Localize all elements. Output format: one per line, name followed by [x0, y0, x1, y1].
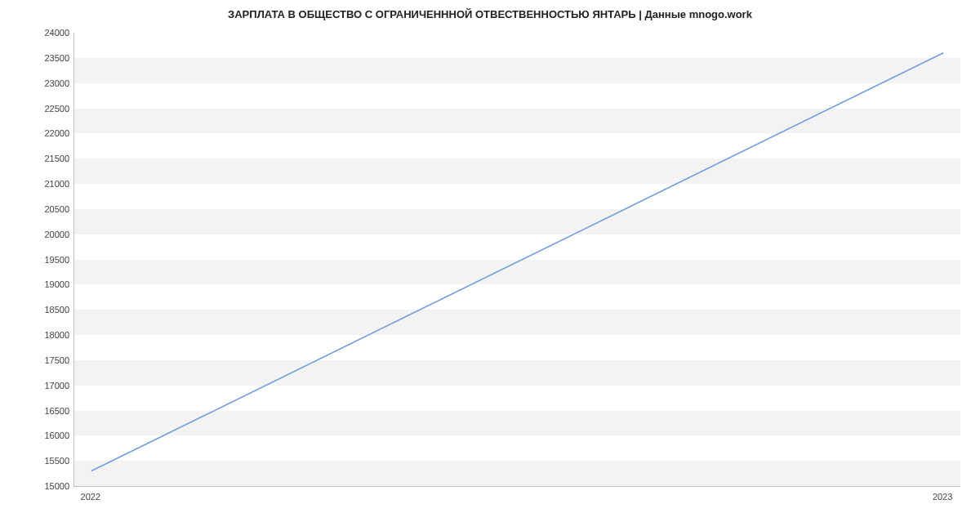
y-tick-label: 24000 — [20, 28, 69, 38]
y-tick-label: 16500 — [20, 406, 69, 416]
y-tick-label: 16000 — [20, 431, 69, 440]
y-tick-label: 15000 — [20, 481, 69, 491]
y-tick-label: 21000 — [20, 179, 69, 189]
y-tick-label: 19000 — [20, 279, 69, 289]
line-series — [74, 33, 960, 486]
y-tick-label: 22000 — [20, 128, 69, 138]
y-tick-label: 21500 — [20, 154, 69, 163]
y-tick-label: 18000 — [20, 330, 69, 340]
y-tick-label: 17000 — [20, 381, 69, 390]
y-tick-label: 23000 — [20, 78, 69, 88]
series-line — [91, 53, 943, 471]
y-tick-label: 18500 — [20, 305, 69, 315]
y-tick-label: 20500 — [20, 204, 69, 214]
y-tick-label: 15500 — [20, 456, 69, 466]
y-tick-label: 22500 — [20, 104, 69, 114]
plot-area — [74, 33, 960, 487]
x-tick-label: 2023 — [933, 492, 952, 502]
chart-title: ЗАРПЛАТА В ОБЩЕСТВО С ОГРАНИЧЕНННОЙ ОТВЕ… — [0, 8, 980, 20]
x-tick-label: 2022 — [81, 492, 100, 502]
y-tick-label: 23500 — [20, 53, 69, 63]
y-tick-label: 17500 — [20, 355, 69, 365]
y-tick-label: 19500 — [20, 255, 69, 265]
line-chart: ЗАРПЛАТА В ОБЩЕСТВО С ОГРАНИЧЕНННОЙ ОТВЕ… — [0, 0, 980, 531]
y-tick-label: 20000 — [20, 230, 69, 239]
